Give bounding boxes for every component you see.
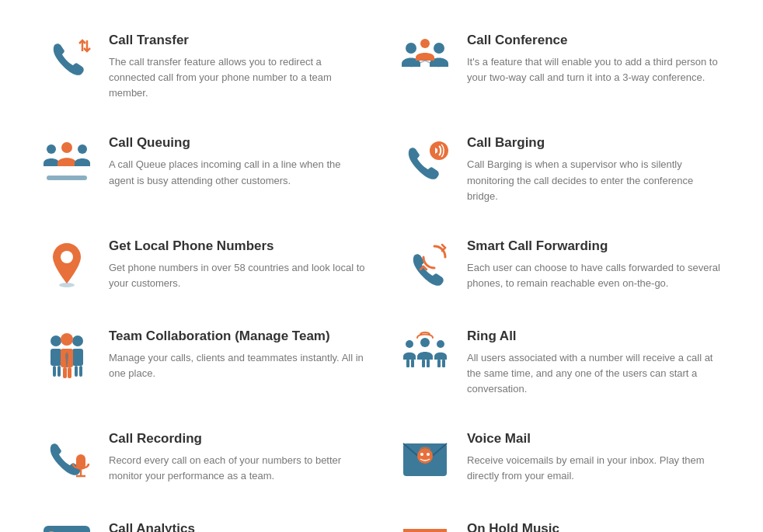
svg-rect-20 [75, 366, 78, 377]
call-conference-text: Call Conference It's a feature that will… [467, 33, 724, 85]
svg-point-14 [51, 336, 61, 346]
feature-call-recording: Call Recording Record every call on each… [23, 414, 382, 504]
svg-rect-43 [44, 526, 90, 532]
call-barging-title: Call Barging [467, 135, 724, 151]
ring-all-icon [397, 329, 453, 384]
call-conference-title: Call Conference [467, 33, 724, 48]
svg-rect-35 [442, 360, 445, 367]
svg-point-41 [420, 453, 423, 456]
ring-all-title: Ring All [467, 329, 724, 344]
svg-rect-16 [53, 366, 56, 377]
feature-call-barging: Call Barging Call Barging is when a supe… [382, 118, 740, 221]
svg-rect-34 [437, 360, 441, 367]
svg-point-29 [437, 340, 444, 348]
call-analytics-icon [39, 521, 95, 532]
call-queuing-icon [39, 135, 95, 191]
svg-point-2 [406, 43, 416, 54]
call-queuing-text: Call Queuing A call Queue places incomin… [109, 135, 366, 188]
call-transfer-text: Call Transfer The call transfer feature … [109, 33, 366, 101]
svg-rect-30 [406, 360, 409, 367]
svg-point-40 [417, 448, 433, 464]
call-recording-title: Call Recording [109, 431, 366, 447]
smart-forwarding-desc: Each user can choose to have calls forwa… [467, 260, 724, 291]
features-grid: Call Transfer The call transfer feature … [0, 0, 763, 532]
feature-ring-all: Ring All All users associated with a num… [382, 311, 740, 414]
feature-call-analytics: Call Analytics Track your phone support … [23, 504, 382, 532]
local-numbers-desc: Get phone numbers in over 58 countries a… [109, 260, 366, 291]
svg-point-11 [430, 141, 448, 160]
call-conference-desc: It's a feature that will enable you to a… [467, 54, 724, 85]
svg-point-4 [420, 39, 430, 48]
voice-mail-title: Voice Mail [467, 431, 724, 447]
svg-point-12 [61, 251, 73, 263]
svg-point-27 [406, 340, 413, 348]
call-transfer-title: Call Transfer [109, 33, 366, 48]
call-recording-text: Call Recording Record every call on each… [109, 431, 366, 484]
call-barging-icon [397, 135, 453, 191]
call-analytics-title: Call Analytics [109, 521, 366, 532]
team-collaboration-title: Team Collaboration (Manage Team) [109, 329, 366, 344]
team-collaboration-text: Team Collaboration (Manage Team) Manage … [109, 329, 366, 381]
svg-point-18 [72, 336, 83, 346]
svg-rect-25 [68, 367, 71, 378]
feature-call-conference: Call Conference It's a feature that will… [382, 16, 740, 118]
svg-rect-10 [47, 176, 87, 180]
on-hold-music-text: On Hold Music On Hold Music from CallHip… [467, 521, 724, 532]
feature-local-numbers: Get Local Phone Numbers Get phone number… [23, 221, 382, 311]
local-numbers-icon [39, 238, 95, 294]
voice-mail-desc: Receive voicemails by email in your inbo… [467, 453, 724, 484]
call-queuing-title: Call Queuing [109, 135, 366, 151]
smart-forwarding-text: Smart Call Forwarding Each user can choo… [467, 238, 724, 291]
voice-mail-icon [397, 431, 453, 487]
on-hold-music-icon: ♫ [397, 521, 453, 532]
call-barging-text: Call Barging Call Barging is when a supe… [467, 135, 724, 203]
local-numbers-title: Get Local Phone Numbers [109, 238, 366, 254]
ring-all-desc: All users associated with a number will … [467, 350, 724, 397]
smart-forwarding-icon [397, 238, 453, 294]
local-numbers-text: Get Local Phone Numbers Get phone number… [109, 238, 366, 291]
svg-rect-24 [63, 367, 67, 378]
svg-point-28 [420, 338, 430, 347]
team-collaboration-icon [39, 329, 95, 384]
call-barging-desc: Call Barging is when a supervisor who is… [467, 157, 724, 203]
svg-point-22 [61, 333, 73, 346]
svg-rect-31 [411, 360, 414, 367]
svg-rect-21 [79, 366, 82, 377]
call-analytics-text: Call Analytics Track your phone support … [109, 521, 366, 532]
svg-point-13 [59, 283, 75, 287]
svg-rect-17 [57, 366, 61, 377]
svg-rect-32 [422, 360, 425, 367]
svg-point-7 [47, 144, 56, 154]
feature-voice-mail: Voice Mail Receive voicemails by email i… [382, 414, 740, 504]
on-hold-music-title: On Hold Music [467, 521, 724, 532]
feature-smart-forwarding: Smart Call Forwarding Each user can choo… [382, 221, 740, 311]
feature-call-transfer: Call Transfer The call transfer feature … [23, 16, 382, 118]
call-recording-icon [39, 431, 95, 487]
team-collaboration-desc: Manage your calls, clients and teammates… [109, 350, 366, 381]
svg-point-9 [78, 144, 87, 154]
smart-forwarding-title: Smart Call Forwarding [467, 238, 724, 254]
feature-call-queuing: Call Queuing A call Queue places incomin… [23, 118, 382, 221]
call-queuing-desc: A call Queue places incoming call in a l… [109, 157, 366, 188]
ring-all-text: Ring All All users associated with a num… [467, 329, 724, 397]
feature-team-collaboration: Team Collaboration (Manage Team) Manage … [23, 311, 382, 414]
svg-point-3 [434, 43, 444, 54]
svg-point-8 [61, 142, 72, 153]
call-conference-icon [397, 33, 453, 89]
svg-point-42 [427, 453, 430, 456]
voice-mail-text: Voice Mail Receive voicemails by email i… [467, 431, 724, 484]
call-transfer-desc: The call transfer feature allows you to … [109, 54, 366, 101]
svg-rect-19 [72, 349, 83, 366]
call-recording-desc: Record every call on each of your number… [109, 453, 366, 484]
svg-rect-15 [51, 349, 61, 366]
svg-rect-33 [427, 360, 430, 367]
call-transfer-icon [39, 33, 95, 89]
feature-on-hold-music: ♫ On Hold Music On Hold Music from CallH… [382, 504, 740, 532]
